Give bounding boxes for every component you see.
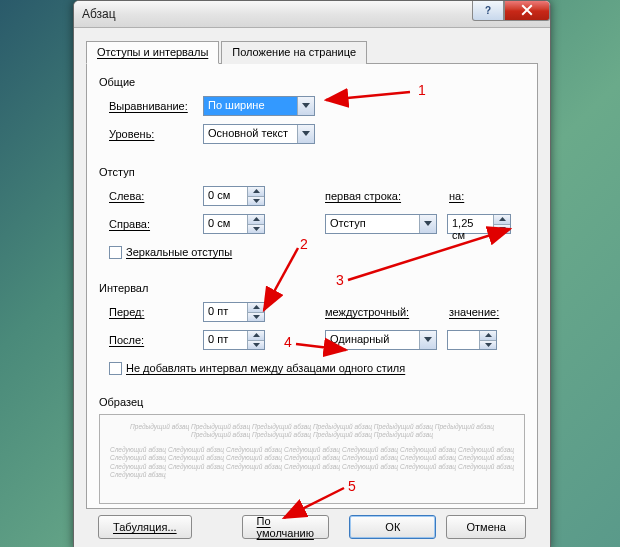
indent-left-label: Слева: — [109, 190, 203, 202]
at-value — [448, 331, 479, 349]
line-value: Одинарный — [326, 331, 419, 349]
chevron-down-icon[interactable] — [248, 313, 264, 322]
indent-left-spinner[interactable]: 0 см — [203, 186, 265, 206]
first-line-value: Отступ — [326, 215, 419, 233]
tab-position-label: Положение на странице — [232, 46, 356, 58]
no-space-checkbox[interactable] — [109, 362, 122, 375]
alignment-dropdown[interactable]: По ширине — [203, 96, 315, 116]
first-line-label: первая строка: — [325, 190, 431, 202]
chevron-up-icon[interactable] — [248, 303, 264, 313]
annotation-4: 4 — [284, 334, 292, 350]
before-value: 0 пт — [204, 303, 247, 321]
chevron-down-icon — [419, 331, 436, 349]
before-spinner[interactable]: 0 пт — [203, 302, 265, 322]
chevron-up-icon[interactable] — [494, 215, 510, 225]
level-dropdown[interactable]: Основной текст — [203, 124, 315, 144]
after-spinner[interactable]: 0 пт — [203, 330, 265, 350]
close-icon — [521, 4, 533, 16]
chevron-down-icon[interactable] — [480, 341, 496, 350]
at-label: значение: — [449, 306, 499, 318]
help-button[interactable]: ? — [472, 0, 504, 21]
after-label: После: — [109, 334, 203, 346]
default-button[interactable]: По умолчанию — [242, 515, 330, 539]
tab-indents-label: Отступы и интервалы — [97, 46, 208, 58]
preview-after: Следующий абзац Следующий абзац Следующи… — [110, 446, 514, 480]
alignment-value: По ширине — [204, 97, 297, 115]
before-label: Перед: — [109, 306, 203, 318]
alignment-label: Выравнивание: — [109, 100, 203, 112]
cancel-button[interactable]: Отмена — [446, 515, 526, 539]
after-value: 0 пт — [204, 331, 247, 349]
chevron-down-icon[interactable] — [494, 225, 510, 234]
chevron-up-icon[interactable] — [248, 187, 264, 197]
line-dropdown[interactable]: Одинарный — [325, 330, 437, 350]
chevron-down-icon[interactable] — [248, 197, 264, 206]
no-space-label: Не добавлять интервал между абзацами одн… — [126, 362, 405, 374]
annotation-3: 3 — [336, 272, 344, 288]
chevron-down-icon — [419, 215, 436, 233]
titlebar: Абзац ? — [74, 1, 550, 28]
mirror-checkbox[interactable] — [109, 246, 122, 259]
level-label: Уровень: — [109, 128, 203, 140]
chevron-down-icon[interactable] — [248, 341, 264, 350]
level-value: Основной текст — [204, 125, 297, 143]
annotation-5: 5 — [348, 478, 356, 494]
preview-before: Предыдущий абзац Предыдущий абзац Предыд… — [110, 423, 514, 440]
section-spacing: Интервал — [99, 282, 525, 294]
section-preview: Образец — [99, 396, 525, 408]
indent-left-value: 0 см — [204, 187, 247, 205]
window-title: Абзац — [82, 7, 116, 21]
chevron-up-icon[interactable] — [248, 215, 264, 225]
annotation-2: 2 — [300, 236, 308, 252]
chevron-down-icon — [297, 125, 314, 143]
chevron-up-icon[interactable] — [480, 331, 496, 341]
chevron-down-icon[interactable] — [248, 225, 264, 234]
tab-position[interactable]: Положение на странице — [221, 41, 367, 64]
tab-strip: Отступы и интервалы Положение на страниц… — [86, 40, 538, 64]
close-button[interactable] — [504, 0, 550, 21]
chevron-down-icon — [297, 97, 314, 115]
tab-indents[interactable]: Отступы и интервалы — [86, 41, 219, 64]
section-indent: Отступ — [99, 166, 525, 178]
annotation-1: 1 — [418, 82, 426, 98]
mirror-label: Зеркальные отступы — [126, 246, 232, 258]
at-spinner[interactable] — [447, 330, 497, 350]
by-spinner[interactable]: 1,25 см — [447, 214, 511, 234]
indent-right-value: 0 см — [204, 215, 247, 233]
tabs-button[interactable]: Табуляция... — [98, 515, 192, 539]
ok-button[interactable]: ОК — [349, 515, 436, 539]
line-label: междустрочный: — [325, 306, 431, 318]
first-line-dropdown[interactable]: Отступ — [325, 214, 437, 234]
section-general: Общие — [99, 76, 525, 88]
indent-right-label: Справа: — [109, 218, 203, 230]
by-value: 1,25 см — [448, 215, 493, 233]
by-label: на: — [449, 190, 464, 202]
dialog-window: Абзац ? Отступы и интервалы Положение на… — [73, 0, 551, 547]
preview-box: Предыдущий абзац Предыдущий абзац Предыд… — [99, 414, 525, 504]
indent-right-spinner[interactable]: 0 см — [203, 214, 265, 234]
chevron-up-icon[interactable] — [248, 331, 264, 341]
